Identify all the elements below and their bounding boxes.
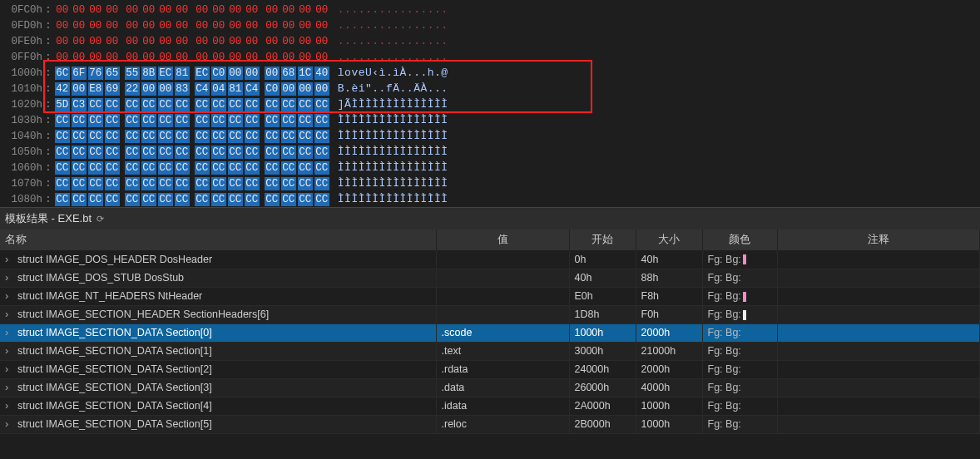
hex-byte[interactable]: 00 [211, 35, 226, 48]
hex-byte[interactable]: 00 [195, 3, 210, 17]
hex-byte[interactable]: 00 [195, 35, 210, 48]
hex-byte[interactable]: CC [228, 146, 243, 159]
hex-byte[interactable]: CC [195, 146, 210, 159]
hex-byte[interactable]: CC [211, 193, 226, 206]
hex-byte[interactable]: CC [175, 146, 190, 159]
hex-byte[interactable]: 00 [265, 3, 280, 17]
hex-byte[interactable]: 00 [228, 51, 243, 64]
hex-byte[interactable]: 65 [105, 67, 120, 80]
table-row[interactable]: ›struct IMAGE_SECTION_DATA Section[4].id… [0, 397, 980, 415]
hex-byte[interactable]: CC [314, 161, 329, 175]
hex-byte[interactable]: 00 [105, 3, 120, 17]
hex-byte[interactable]: 00 [55, 51, 70, 64]
hex-byte[interactable]: CC [141, 98, 156, 111]
hex-byte[interactable]: 00 [125, 3, 140, 17]
hex-byte[interactable]: 00 [281, 51, 296, 64]
hex-byte[interactable]: EC [158, 67, 173, 80]
table-row[interactable]: ›struct IMAGE_SECTION_DATA Section[5].re… [0, 415, 980, 433]
col-header-name[interactable]: 名称 [0, 230, 436, 250]
hex-byte[interactable]: CC [228, 98, 243, 111]
hex-byte[interactable]: 00 [298, 19, 313, 32]
hex-byte[interactable]: C0 [265, 82, 280, 96]
hex-byte[interactable]: 00 [228, 67, 243, 80]
hex-byte[interactable]: 00 [175, 3, 190, 17]
hex-byte[interactable]: 00 [55, 35, 70, 48]
hex-byte[interactable]: 00 [55, 19, 70, 32]
hex-byte[interactable]: C4 [245, 82, 260, 96]
hex-byte[interactable]: CC [265, 98, 280, 111]
hex-byte[interactable]: 00 [105, 19, 120, 32]
hex-byte[interactable]: 00 [245, 3, 260, 17]
hex-row[interactable]: 0FC0h:00000000000000000000000000000000..… [3, 2, 980, 17]
hex-byte[interactable]: 81 [228, 82, 243, 96]
hex-byte[interactable]: CC [72, 193, 87, 206]
hex-byte[interactable]: 5D [55, 98, 70, 111]
hex-byte[interactable]: CC [211, 114, 226, 127]
hex-byte[interactable]: 6C [55, 67, 70, 80]
hex-byte[interactable]: 00 [281, 82, 296, 96]
hex-row[interactable]: 1050h:CCCCCCCCCCCCCCCCCCCCCCCCCCCCCCCCÌÌ… [3, 144, 980, 160]
hex-byte[interactable]: 00 [245, 35, 260, 48]
hex-byte[interactable]: 40 [314, 67, 329, 80]
hex-byte[interactable]: CC [195, 114, 210, 127]
hex-byte[interactable]: CC [281, 114, 296, 127]
hex-byte[interactable]: CC [245, 114, 260, 127]
hex-byte[interactable]: 00 [125, 51, 140, 64]
hex-byte[interactable]: 00 [195, 51, 210, 64]
hex-byte[interactable]: CC [105, 98, 120, 111]
hex-byte[interactable]: CC [298, 130, 313, 143]
hex-byte[interactable]: C3 [72, 98, 87, 111]
hex-byte[interactable]: 00 [314, 35, 329, 48]
hex-byte[interactable]: CC [88, 177, 103, 190]
hex-byte[interactable]: CC [175, 130, 190, 143]
expand-icon[interactable]: › [5, 327, 15, 338]
expand-icon[interactable]: › [5, 363, 15, 375]
hex-byte[interactable]: CC [281, 193, 296, 206]
hex-byte[interactable]: 00 [72, 51, 87, 64]
hex-byte[interactable]: CC [141, 177, 156, 190]
hex-byte[interactable]: 00 [158, 51, 173, 64]
hex-byte[interactable]: CC [298, 114, 313, 127]
hex-byte[interactable]: CC [72, 161, 87, 175]
hex-byte[interactable]: 00 [265, 67, 280, 80]
hex-byte[interactable]: 00 [88, 51, 103, 64]
hex-byte[interactable]: C0 [211, 67, 226, 80]
hex-byte[interactable]: CC [88, 130, 103, 143]
hex-byte[interactable]: CC [245, 98, 260, 111]
hex-byte[interactable]: CC [88, 161, 103, 175]
hex-byte[interactable]: 00 [211, 19, 226, 32]
table-row[interactable]: ›struct IMAGE_SECTION_DATA Section[3].da… [0, 378, 980, 397]
hex-byte[interactable]: EC [195, 67, 210, 80]
hex-byte[interactable]: CC [298, 177, 313, 190]
hex-row[interactable]: 1080h:CCCCCCCCCCCCCCCCCCCCCCCCCCCCCCCCÌÌ… [3, 191, 980, 207]
hex-byte[interactable]: 00 [125, 19, 140, 32]
hex-byte[interactable]: CC [105, 161, 120, 175]
hex-byte[interactable]: 00 [314, 19, 329, 32]
hex-byte[interactable]: CC [314, 98, 329, 111]
hex-byte[interactable]: CC [195, 98, 210, 111]
hex-byte[interactable]: CC [228, 161, 243, 175]
hex-row[interactable]: 1000h:6C6F7665558BEC81ECC0000000681C40lo… [3, 65, 980, 81]
hex-byte[interactable]: CC [175, 114, 190, 127]
hex-byte[interactable]: 00 [72, 35, 87, 48]
hex-byte[interactable]: CC [245, 177, 260, 190]
hex-byte[interactable]: CC [125, 114, 140, 127]
hex-byte[interactable]: 00 [141, 35, 156, 48]
hex-byte[interactable]: 00 [175, 51, 190, 64]
hex-byte[interactable]: E8 [88, 82, 103, 96]
hex-byte[interactable]: CC [72, 177, 87, 190]
hex-byte[interactable]: 68 [281, 67, 296, 80]
hex-byte[interactable]: CC [88, 98, 103, 111]
hex-byte[interactable]: CC [314, 146, 329, 159]
hex-byte[interactable]: CC [228, 193, 243, 206]
hex-byte[interactable]: 00 [298, 35, 313, 48]
hex-byte[interactable]: CC [158, 98, 173, 111]
hex-byte[interactable]: CC [211, 177, 226, 190]
hex-byte[interactable]: CC [125, 130, 140, 143]
hex-byte[interactable]: CC [88, 114, 103, 127]
hex-byte[interactable]: 00 [211, 51, 226, 64]
hex-byte[interactable]: CC [55, 114, 70, 127]
hex-byte[interactable]: 00 [195, 19, 210, 32]
hex-byte[interactable]: CC [125, 177, 140, 190]
hex-byte[interactable]: 00 [125, 35, 140, 48]
